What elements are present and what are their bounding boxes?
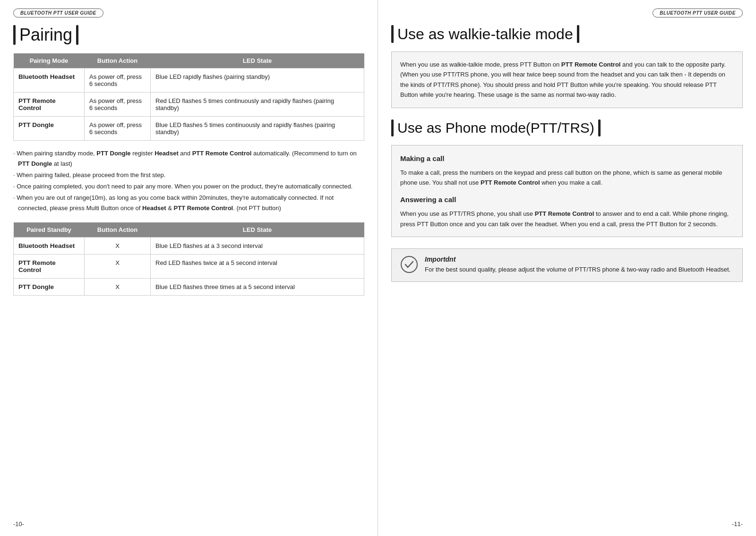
pairing-row1-action: As power off, press 6 seconds: [85, 68, 151, 93]
pairing-notes: When pairing standby mode, PTT Dongle re…: [13, 148, 364, 214]
note-2: When pairing failed, please proceed from…: [13, 170, 364, 180]
making-call-text: To make a call, press the numbers on the…: [400, 168, 734, 188]
note-4-bold1: Headset: [142, 204, 166, 212]
title-bar-wt2: [577, 25, 579, 43]
right-page-number: -11-: [732, 520, 743, 527]
standby-col-action: Button Action: [85, 222, 151, 238]
making-call-bold: PTT Remote Control: [481, 179, 540, 186]
important-text: For the best sound quality, please adjus…: [425, 265, 730, 275]
standby-row1-led: Blue LED flashes at a 3 second interval: [151, 237, 364, 254]
pairing-row1-led: Blue LED rapidly flashes (pairing standb…: [151, 68, 364, 93]
standby-row1-mode: Bluetooth Headset: [14, 237, 85, 254]
checkmark-icon: [400, 255, 418, 273]
pairing-row3-led: Blue LED flashes 5 times continuously an…: [151, 117, 364, 141]
note-1-bold4: PTT Dongle: [18, 160, 52, 167]
title-bar-pm2: [598, 119, 601, 136]
important-label: Importdnt: [425, 255, 730, 263]
left-section-title: Pairing: [13, 25, 364, 45]
standby-row2-led: Red LED flashes twice at a 5 second inte…: [151, 254, 364, 278]
pairing-col-mode: Pairing Mode: [14, 53, 85, 68]
left-page: BLUETOOTH PTT USER GUIDE Pairing Pairing…: [0, 0, 378, 536]
phone-mode-title: Use as Phone mode(PTT/TRS): [391, 119, 743, 136]
standby-col-mode: Paired Standby: [14, 222, 85, 238]
left-header: BLUETOOTH PTT USER GUIDE: [13, 9, 103, 17]
standby-row3-action: X: [85, 278, 151, 295]
pairing-col-led: LED State: [151, 53, 364, 68]
important-box: Importdnt For the best sound quality, pl…: [391, 248, 743, 282]
walkie-talkie-text: When you use as walkie-talkie mode, pres…: [400, 60, 734, 100]
note-1-bold1: PTT Dongle: [96, 150, 130, 157]
standby-col-led: LED State: [151, 222, 364, 238]
note-4-bold2: PTT Remote Control: [174, 204, 233, 212]
title-bar-left2: [76, 25, 78, 45]
pairing-row2-led: Red LED flashes 5 times continuously and…: [151, 93, 364, 117]
table-row: PTT Dongle As power off, press 6 seconds…: [14, 117, 364, 141]
pairing-table: Pairing Mode Button Action LED State Blu…: [13, 53, 364, 141]
right-header: BLUETOOTH PTT USER GUIDE: [653, 9, 743, 17]
walkie-talkie-title: Use as walkie-talkie mode: [391, 25, 743, 43]
making-call-heading: Making a call: [400, 153, 734, 165]
note-1: When pairing standby mode, PTT Dongle re…: [13, 148, 364, 169]
table-row: Bluetooth Headset As power off, press 6 …: [14, 68, 364, 93]
table-row: PTT Dongle X Blue LED flashes three time…: [14, 278, 364, 295]
title-bar-pm1: [391, 119, 394, 136]
title-bar-wt1: [391, 25, 394, 43]
note-3: Once pairing completed, you don't need t…: [13, 181, 364, 192]
pairing-row3-action: As power off, press 6 seconds: [85, 117, 151, 141]
section2-title-text: Use as Phone mode(PTT/TRS): [397, 120, 594, 136]
section1-title-text: Use as walkie-talkie mode: [397, 26, 573, 43]
answering-call-heading: Answering a call: [400, 194, 734, 206]
right-page: BLUETOOTH PTT USER GUIDE Use as walkie-t…: [378, 0, 756, 536]
pairing-row2-action: As power off, press 6 seconds: [85, 93, 151, 117]
standby-row2-mode: PTT Remote Control: [14, 254, 85, 278]
note-1-bold3: PTT Remote Control: [192, 150, 252, 157]
table-row: PTT Remote Control X Red LED flashes twi…: [14, 254, 364, 278]
title-bar-left: [13, 25, 16, 45]
note-4: When you are out of range(10m), as long …: [13, 193, 364, 213]
paired-standby-table: Paired Standby Button Action LED State B…: [13, 222, 364, 296]
walkie-talkie-box: When you use as walkie-talkie mode, pres…: [391, 51, 743, 108]
phone-mode-box: Making a call To make a call, press the …: [391, 145, 743, 237]
table-row: PTT Remote Control As power off, press 6…: [14, 93, 364, 117]
table-row: Bluetooth Headset X Blue LED flashes at …: [14, 237, 364, 254]
standby-row3-led: Blue LED flashes three times at a 5 seco…: [151, 278, 364, 295]
pairing-row2-mode: PTT Remote Control: [14, 93, 85, 117]
pairing-title: Pairing: [19, 25, 72, 45]
important-content: Importdnt For the best sound quality, pl…: [425, 255, 730, 275]
walkie-bold: PTT Remote Control: [561, 61, 621, 68]
pairing-row1-mode: Bluetooth Headset: [14, 68, 85, 93]
left-page-number: -10-: [13, 520, 24, 527]
pairing-col-action: Button Action: [85, 53, 151, 68]
pairing-row3-mode: PTT Dongle: [14, 117, 85, 141]
standby-row2-action: X: [85, 254, 151, 278]
svg-point-0: [401, 256, 417, 272]
standby-row1-action: X: [85, 237, 151, 254]
note-1-bold2: Headset: [155, 150, 179, 157]
standby-row3-mode: PTT Dongle: [14, 278, 85, 295]
answering-call-bold: PTT Remote Control: [535, 210, 594, 217]
important-icon: [400, 255, 418, 273]
answering-call-text: When you use as PTT/TRS phone, you shall…: [400, 209, 734, 229]
